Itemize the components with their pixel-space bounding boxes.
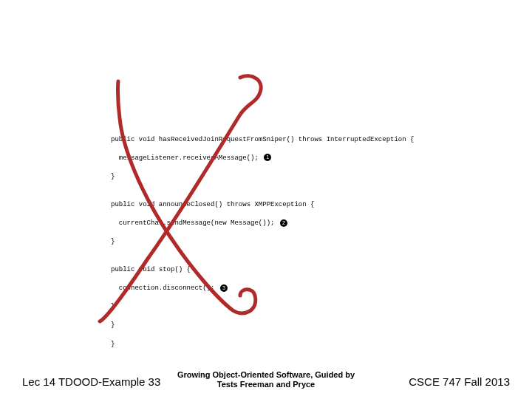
annotation-number-2-icon: 2 xyxy=(280,219,287,227)
code-text: public void announceClosed() throws XMPP… xyxy=(111,201,314,208)
footer-center-line2: Tests Freeman and Pryce xyxy=(217,380,315,389)
footer-right-text: CSCE 747 Fall 2013 xyxy=(409,375,510,388)
code-line: currentChat.sendMessage(new Message()); … xyxy=(111,219,414,228)
code-line: } xyxy=(111,340,414,349)
code-text: public void hasReceivedJoinRequestFromSn… xyxy=(111,136,414,143)
code-line: } xyxy=(111,172,414,182)
code-line: public void hasReceivedJoinRequestFromSn… xyxy=(111,135,414,145)
code-text: messageListener.receivesAMessage(); xyxy=(111,154,259,162)
code-text: currentChat.sendMessage(new Message()); xyxy=(111,219,274,227)
annotation-number-3-icon: 3 xyxy=(220,284,228,292)
code-line: } xyxy=(111,321,414,330)
code-line: connection.disconnect(); 3 xyxy=(111,284,414,293)
code-line: } xyxy=(111,237,414,247)
annotation-number-1-icon: 1 xyxy=(264,154,271,161)
footer-center-line1: Growing Object-Oriented Software, Guided… xyxy=(177,370,355,379)
code-text: public void stop() { xyxy=(111,266,191,273)
code-line: } xyxy=(111,302,414,312)
code-line: public void stop() { xyxy=(111,265,414,275)
code-block: public void hasReceivedJoinRequestFromSn… xyxy=(111,126,414,358)
code-text: connection.disconnect(); xyxy=(111,284,214,292)
code-line: messageListener.receivesAMessage(); 1 xyxy=(111,154,414,163)
code-line: public void announceClosed() throws XMPP… xyxy=(111,200,414,210)
